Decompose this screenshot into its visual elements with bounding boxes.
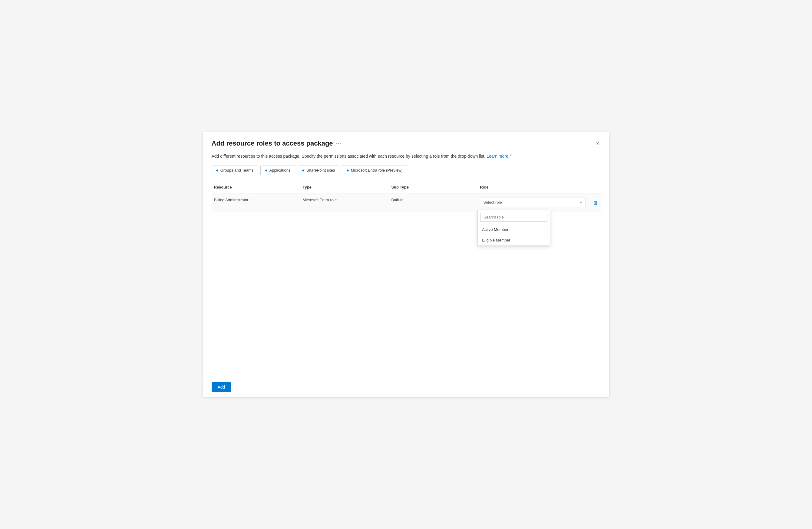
delete-cell: 🗑 bbox=[588, 195, 600, 211]
dialog-footer: Add bbox=[203, 377, 609, 397]
groups-and-teams-label: Groups and Teams bbox=[220, 168, 254, 173]
actions-column-header bbox=[588, 184, 600, 191]
tab-buttons: + Groups and Teams + Applications + Shar… bbox=[212, 165, 601, 175]
microsoft-entra-role-label: Microsoft Entra role (Preview) bbox=[351, 168, 403, 173]
external-link-icon: ⬀ bbox=[509, 153, 512, 157]
role-column-header: Role bbox=[477, 184, 588, 191]
plus-icon: + bbox=[265, 168, 267, 173]
active-member-option[interactable]: Active Member bbox=[478, 224, 550, 235]
description-text: Add different resources to this access p… bbox=[212, 152, 601, 160]
applications-button[interactable]: + Applications bbox=[260, 165, 295, 175]
search-role-input[interactable] bbox=[480, 213, 547, 222]
trash-icon: 🗑 bbox=[593, 200, 598, 205]
resource-table: Resource Type Sub Type Role Billing Admi… bbox=[212, 181, 601, 212]
resource-cell: Billing Administrator bbox=[212, 195, 300, 205]
plus-icon: + bbox=[216, 168, 219, 173]
dialog-header: Add resource roles to access package ···… bbox=[203, 132, 609, 152]
type-column-header: Type bbox=[300, 184, 389, 191]
add-resource-roles-dialog: Add resource roles to access package ···… bbox=[203, 132, 609, 397]
search-role-container bbox=[478, 210, 550, 224]
table-row: Billing Administrator Microsoft Entra ro… bbox=[212, 193, 601, 212]
plus-icon: + bbox=[346, 168, 349, 173]
applications-label: Applications bbox=[269, 168, 290, 173]
select-role-placeholder: Select role bbox=[483, 200, 502, 205]
chevron-down-icon: ⌄ bbox=[579, 200, 582, 204]
groups-and-teams-button[interactable]: + Groups and Teams bbox=[212, 165, 258, 175]
select-role-dropdown[interactable]: Select role ⌄ bbox=[480, 197, 586, 207]
sharepoint-sites-button[interactable]: + SharePoint sites bbox=[298, 165, 340, 175]
sharepoint-sites-label: SharePoint sites bbox=[306, 168, 335, 173]
role-cell: Select role ⌄ Active Member Eligible Mem… bbox=[477, 195, 588, 210]
sub-type-cell: Built-In bbox=[389, 195, 477, 205]
role-dropdown-menu: Active Member Eligible Member bbox=[477, 210, 550, 246]
close-button[interactable]: × bbox=[595, 139, 601, 147]
eligible-member-option[interactable]: Eligible Member bbox=[478, 235, 550, 246]
resource-column-header: Resource bbox=[212, 184, 300, 191]
add-button[interactable]: Add bbox=[212, 382, 231, 392]
more-options-icon[interactable]: ··· bbox=[336, 141, 342, 147]
type-cell: Microsoft Entra role bbox=[300, 195, 389, 205]
learn-more-link[interactable]: Learn more bbox=[487, 154, 508, 159]
microsoft-entra-role-button[interactable]: + Microsoft Entra role (Preview) bbox=[342, 165, 407, 175]
delete-row-button[interactable]: 🗑 bbox=[591, 197, 600, 208]
dialog-title-row: Add resource roles to access package ··· bbox=[212, 139, 342, 147]
table-header: Resource Type Sub Type Role bbox=[212, 181, 601, 193]
sub-type-column-header: Sub Type bbox=[389, 184, 477, 191]
plus-icon: + bbox=[302, 168, 305, 173]
dialog-body: Add different resources to this access p… bbox=[203, 152, 609, 377]
dialog-title: Add resource roles to access package bbox=[212, 139, 333, 147]
